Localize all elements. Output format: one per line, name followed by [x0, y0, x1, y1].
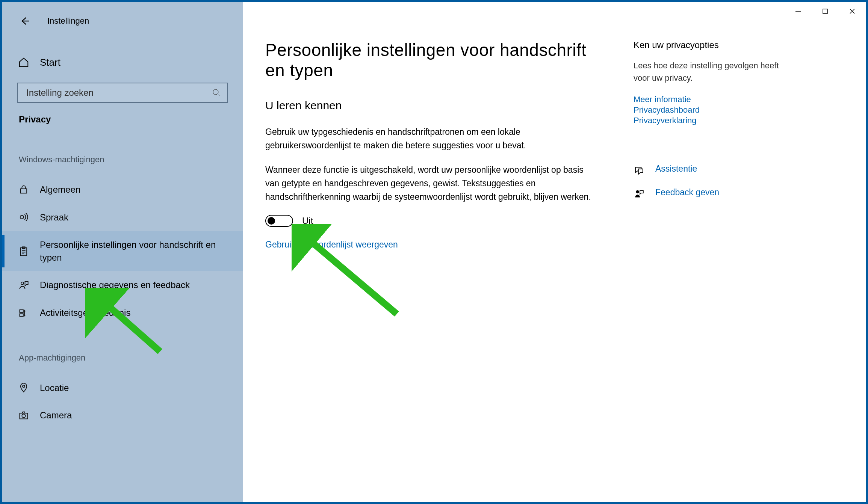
- location-icon: [18, 382, 29, 393]
- search-input[interactable]: Instelling zoeken: [17, 83, 228, 103]
- sidebar-item-speech[interactable]: Spraak: [2, 204, 243, 231]
- privacy-statement-link[interactable]: Privacyverklaring: [634, 116, 791, 125]
- sidebar-item-inking-typing[interactable]: Persoonlijke instellingen voor handschri…: [2, 231, 243, 271]
- home-icon: [18, 57, 29, 68]
- svg-rect-11: [823, 9, 827, 14]
- sidebar-item-label: Spraak: [40, 211, 68, 224]
- chat-icon: [634, 164, 645, 176]
- sidebar-item-activity-history[interactable]: Activiteitsgeschiedenis: [2, 299, 243, 327]
- sidebar-item-diagnostics[interactable]: Diagnostische gegevens en feedback: [2, 271, 243, 299]
- sidebar-item-label: Diagnostische gegevens en feedback: [40, 279, 190, 291]
- svg-rect-1: [21, 189, 27, 193]
- sidebar-item-label: Camera: [40, 409, 72, 422]
- svg-rect-7: [20, 314, 23, 316]
- timeline-icon: [18, 307, 29, 318]
- help-link-label: Assistentie: [655, 164, 697, 174]
- sidebar-item-label: Persoonlijke instellingen voor handschri…: [40, 238, 235, 264]
- privacy-options-heading: Ken uw privacyopties: [634, 40, 791, 50]
- help-link-label: Feedback geven: [655, 187, 719, 198]
- sidebar-item-label: Locatie: [40, 382, 69, 394]
- svg-point-8: [23, 385, 25, 388]
- page-title: Persoonlijke instellingen voor handschri…: [265, 40, 611, 80]
- svg-point-12: [636, 190, 639, 193]
- description-2: Wanneer deze functie is uitgeschakeld, w…: [265, 163, 596, 204]
- app-title: Instellingen: [47, 16, 89, 26]
- feedback-icon: [634, 188, 645, 199]
- sidebar-item-location[interactable]: Locatie: [2, 374, 243, 402]
- description-1: Gebruik uw typgeschiedenis en handschrif…: [265, 125, 596, 152]
- view-dictionary-link[interactable]: Gebruikerswoordenlijst weergeven: [265, 240, 398, 250]
- sidebar-item-camera[interactable]: Camera: [2, 401, 243, 429]
- feedback-person-icon: [18, 279, 29, 291]
- sidebar-item-label: Algemeen: [40, 183, 80, 196]
- svg-rect-6: [20, 310, 23, 312]
- back-button[interactable]: [17, 14, 32, 29]
- toggle-knob: [268, 217, 275, 225]
- lock-icon: [18, 184, 29, 195]
- main-panel: Persoonlijke instellingen voor handschri…: [243, 2, 866, 502]
- sidebar: Instellingen Start Instelling zoeken Pri…: [2, 2, 243, 502]
- help-feedback[interactable]: Feedback geven: [634, 187, 791, 200]
- minimize-button[interactable]: [785, 2, 812, 20]
- privacy-dashboard-link[interactable]: Privacydashboard: [634, 105, 791, 115]
- close-button[interactable]: [839, 2, 866, 20]
- search-icon: [212, 88, 221, 97]
- group-app-permissions: App-machtigingen: [2, 353, 243, 363]
- toggle-state-label: Uit: [302, 216, 313, 226]
- group-windows-permissions: Windows-machtigingen: [2, 155, 243, 164]
- search-placeholder: Instelling zoeken: [24, 88, 212, 98]
- sidebar-item-general[interactable]: Algemeen: [2, 176, 243, 204]
- more-info-link[interactable]: Meer informatie: [634, 95, 791, 104]
- sidebar-item-label: Activiteitsgeschiedenis: [40, 306, 130, 319]
- svg-point-5: [21, 282, 24, 285]
- maximize-button[interactable]: [812, 2, 839, 20]
- clipboard-icon: [18, 246, 29, 257]
- sidebar-section: Privacy: [2, 114, 243, 125]
- typing-personalization-toggle[interactable]: [265, 215, 293, 227]
- privacy-options-text: Lees hoe deze instelling gevolgen heeft …: [634, 59, 791, 84]
- speech-icon: [18, 211, 29, 223]
- section-heading: U leren kennen: [265, 99, 611, 112]
- svg-point-10: [22, 414, 25, 417]
- arrow-left-icon: [20, 16, 30, 26]
- home-button[interactable]: Start: [2, 51, 243, 74]
- window-controls: [785, 2, 866, 20]
- home-label: Start: [40, 57, 60, 68]
- svg-point-0: [213, 89, 218, 95]
- svg-point-2: [20, 216, 24, 219]
- help-assistance[interactable]: Assistentie: [634, 164, 791, 176]
- camera-icon: [18, 410, 29, 421]
